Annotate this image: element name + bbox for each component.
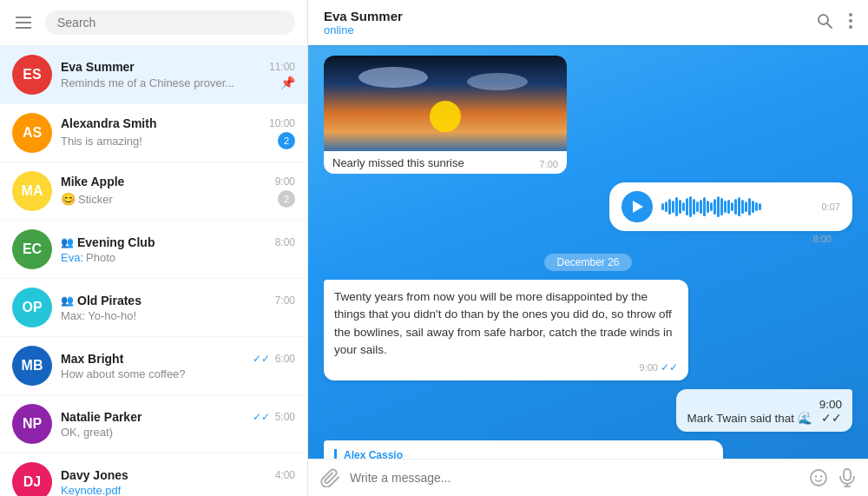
- reply-bubble: Alex CassioMark Twain said that 🌊Reminds…: [324, 440, 723, 459]
- group-icon: 👥: [61, 236, 74, 248]
- pin-icon: 📌: [280, 76, 295, 89]
- chat-time: 11:00: [269, 61, 295, 73]
- svg-point-2: [849, 13, 852, 17]
- chat-name: Davy Jones: [61, 468, 128, 482]
- image-caption-text: Nearly missed this sunrise: [332, 156, 464, 169]
- play-button[interactable]: [621, 191, 653, 222]
- chat-name: Eva Summer: [61, 60, 135, 74]
- avatar: AS: [12, 113, 52, 153]
- search-input[interactable]: [45, 10, 295, 35]
- double-check-icon: ✓✓: [253, 411, 273, 423]
- chat-preview: OK, great): [61, 426, 113, 439]
- chat-time: ✓✓ 5:00: [253, 411, 295, 423]
- more-options-button[interactable]: [849, 13, 852, 33]
- chat-info: Natalie Parker✓✓ 5:00OK, great): [61, 410, 295, 439]
- chat-info: Davy Jones4:00Keynote.pdf: [61, 468, 295, 497]
- svg-point-3: [849, 19, 852, 23]
- emoji-button[interactable]: [809, 468, 828, 487]
- date-divider: December 26: [544, 254, 631, 271]
- sticker-emoji: 😊: [61, 192, 76, 206]
- chat-preview: Eva: Photo: [61, 251, 115, 264]
- message-footer: 9:00✓✓: [819, 398, 842, 425]
- preview-sender-name: Max:: [61, 309, 85, 322]
- chat-name: 👥Evening Club: [61, 235, 155, 249]
- hamburger-menu[interactable]: [12, 13, 35, 32]
- input-area: [308, 459, 868, 496]
- mic-icon: [838, 468, 856, 487]
- svg-point-6: [430, 101, 461, 132]
- avatar: NP: [12, 404, 52, 444]
- play-triangle-icon: [633, 201, 643, 213]
- voice-duration: 0:07: [822, 202, 840, 212]
- chat-preview: Reminds me of a Chinese prover...: [61, 76, 234, 89]
- messages-area: Nearly missed this sunrise7:000:078:00✓✓…: [308, 45, 868, 459]
- double-check-icon: ✓✓: [661, 361, 678, 374]
- message-voice-sent: 0:078:00✓✓: [609, 182, 852, 245]
- chat-header: Eva Summer online: [308, 0, 868, 45]
- message-bubble: Mark Twain said that 🌊9:00✓✓: [676, 389, 852, 432]
- chat-info: 👥Old Pirates7:00Max: Yo-ho-ho!: [61, 294, 295, 322]
- message-text-received: Twenty years from now you will be more d…: [324, 280, 688, 380]
- group-icon: 👥: [61, 294, 74, 307]
- message-image-received: Nearly missed this sunrise7:00: [324, 56, 567, 174]
- chat-time: 10:00: [269, 117, 295, 129]
- sunrise-image: [324, 56, 567, 151]
- chat-item-es[interactable]: ESEva Summer11:00Reminds me of a Chinese…: [0, 46, 307, 104]
- message-text: Twenty years from now you will be more d…: [334, 288, 678, 359]
- reply-quote-author: Alex Cassio: [344, 449, 713, 459]
- svg-point-7: [358, 67, 428, 88]
- double-check-icon: ✓✓: [835, 233, 852, 245]
- chat-preview: This is amazing!: [61, 135, 142, 148]
- right-panel: Eva Summer online Nearly missed this sun…: [308, 0, 868, 496]
- message-time: 8:00: [813, 234, 832, 244]
- chat-header-info: Eva Summer online: [324, 9, 806, 36]
- chat-name: Max Bright: [61, 352, 123, 366]
- chat-item-as[interactable]: ASAlexandra Smith10:00This is amazing!2: [0, 104, 307, 162]
- left-header: [0, 0, 307, 46]
- chat-time: ✓✓ 6:00: [253, 353, 295, 365]
- svg-line-1: [827, 23, 832, 28]
- mic-button[interactable]: [838, 468, 856, 487]
- chat-preview: How about some coffee?: [61, 367, 186, 380]
- message-input[interactable]: [350, 471, 799, 485]
- message-time: 9:00: [819, 398, 842, 411]
- svg-point-4: [849, 25, 852, 29]
- svg-point-11: [820, 475, 822, 477]
- chat-item-op[interactable]: OP👥Old Pirates7:00Max: Yo-ho-ho!: [0, 279, 307, 337]
- chat-item-mb[interactable]: MBMax Bright✓✓ 6:00How about some coffee…: [0, 337, 307, 395]
- chat-time: 4:00: [275, 469, 295, 481]
- chat-item-ec[interactable]: EC👥Evening Club8:00Eva: Photo: [0, 221, 307, 279]
- chat-time: 7:00: [275, 294, 295, 307]
- avatar: ES: [12, 55, 52, 95]
- chat-header-name: Eva Summer: [324, 9, 806, 23]
- chat-time: 9:00: [275, 175, 295, 188]
- search-header-button[interactable]: [816, 12, 833, 34]
- chat-item-np[interactable]: NPNatalie Parker✓✓ 5:00OK, great): [0, 395, 307, 453]
- avatar: MB: [12, 346, 52, 386]
- chat-name: Mike Apple: [61, 175, 124, 188]
- svg-rect-12: [844, 469, 851, 480]
- message-reply-received: Alex CassioMark Twain said that 🌊Reminds…: [324, 440, 723, 459]
- svg-point-10: [815, 475, 817, 477]
- avatar: EC: [12, 229, 52, 269]
- chat-info: Max Bright✓✓ 6:00How about some coffee?: [61, 352, 295, 380]
- message-footer: 8:00✓✓: [609, 233, 852, 245]
- emoji-icon: [809, 468, 828, 487]
- chat-preview: 😊 Sticker: [61, 192, 113, 206]
- message-footer: 9:00✓✓: [334, 361, 678, 374]
- chat-header-status: online: [324, 23, 806, 36]
- preview-sender-name: Eva:: [61, 251, 83, 264]
- chat-name: Alexandra Smith: [61, 116, 156, 130]
- double-check-icon: ✓✓: [253, 353, 273, 365]
- chat-item-ma[interactable]: MAMike Apple9:00😊 Sticker2: [0, 162, 307, 221]
- image-caption-bubble: Nearly missed this sunrise7:00: [324, 151, 567, 174]
- unread-badge: 2: [278, 132, 295, 149]
- chat-item-dj[interactable]: DJDavy Jones4:00Keynote.pdf: [0, 453, 307, 496]
- avatar: DJ: [12, 462, 52, 496]
- attach-icon: [320, 468, 339, 487]
- svg-point-8: [467, 73, 528, 90]
- chat-preview: Keynote.pdf: [61, 484, 121, 497]
- attach-button[interactable]: [320, 468, 339, 487]
- chat-info: 👥Evening Club8:00Eva: Photo: [61, 235, 295, 264]
- reply-quote: Alex CassioMark Twain said that 🌊: [334, 449, 713, 459]
